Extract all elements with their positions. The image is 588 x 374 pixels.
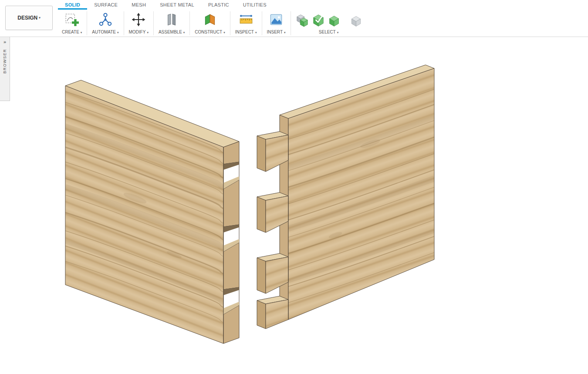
toolbar-separator [87,11,87,35]
left-board[interactable] [65,80,239,344]
caret-down-icon: ▾ [147,31,149,34]
select-cube-icon[interactable] [328,15,340,27]
caret-down-icon: ▾ [183,31,185,34]
toolbar-tabs: SOLID SURFACE MESH SHEET METAL PLASTIC U… [58,0,274,10]
move-arrows-icon[interactable] [131,10,146,27]
toolbar-group-inspect: INSPECT▾ [231,10,261,36]
insert-dropdown[interactable]: INSERT▾ [267,28,286,36]
toolbar-group-construct: CONSTRUCT▾ [191,10,229,36]
caret-down-icon: ▾ [284,31,286,34]
select-cube-plain-icon[interactable] [350,15,362,27]
toolbar-separator [124,11,124,35]
caret-down-icon: ▾ [39,16,41,20]
toolbar-group-assemble: ASSEMBLE▾ [155,10,189,36]
create-sketch-icon[interactable] [64,10,79,27]
toolbar-separator [189,11,190,35]
measure-icon[interactable] [239,10,253,27]
toolbar-separator [230,11,230,35]
browser-panel-collapsed[interactable]: » BROWSER [0,37,10,101]
tab-surface[interactable]: SURFACE [87,0,125,10]
toolbar-separator [153,11,154,35]
select-cube-checked-icon[interactable] [312,14,325,27]
expand-panel-icon[interactable]: » [3,37,6,49]
toolbar-groups: CREATE▾ AUTOMATE▾ [58,10,366,36]
select-dropdown[interactable]: SELECT▾ [319,28,338,36]
inspect-dropdown[interactable]: INSPECT▾ [235,28,257,36]
right-board[interactable] [257,65,434,329]
construct-dropdown[interactable]: CONSTRUCT▾ [195,28,225,36]
toolbar-group-select: SELECT▾ [292,10,366,36]
toolbar-group-create: CREATE▾ [58,10,86,36]
automate-dropdown[interactable]: AUTOMATE▾ [92,28,118,36]
window-select-icon[interactable] [296,14,309,27]
insert-image-icon[interactable] [269,10,284,27]
construct-planes-icon[interactable] [203,10,217,27]
caret-down-icon: ▾ [255,31,257,34]
toolbar-group-automate: AUTOMATE▾ [88,10,122,36]
caret-down-icon: ▾ [81,31,82,34]
workspace-label: DESIGN [17,15,37,21]
automate-icon[interactable] [98,10,113,27]
main-toolbar: DESIGN ▾ SOLID SURFACE MESH SHEET METAL … [0,0,588,37]
tab-utilities[interactable]: UTILITIES [236,0,274,10]
assemble-icon[interactable] [164,10,179,27]
assemble-dropdown[interactable]: ASSEMBLE▾ [159,28,185,36]
tab-solid[interactable]: SOLID [58,0,87,10]
toolbar-separator [291,11,291,35]
toolbar-separator [262,11,262,35]
tab-sheet-metal[interactable]: SHEET METAL [153,0,201,10]
browser-panel-label: BROWSER [3,49,7,74]
modify-dropdown[interactable]: MODIFY▾ [129,28,149,36]
dovetail-joint-model[interactable] [0,37,588,374]
workspace-switcher[interactable]: DESIGN ▾ [5,6,53,30]
caret-down-icon: ▾ [117,31,119,34]
caret-down-icon: ▾ [223,31,225,34]
toolbar-group-modify: MODIFY▾ [125,10,152,36]
toolbar-group-insert: INSERT▾ [263,10,290,36]
create-dropdown[interactable]: CREATE▾ [62,28,82,36]
model-canvas[interactable] [0,37,588,374]
tab-plastic[interactable]: PLASTIC [201,0,236,10]
caret-down-icon: ▾ [337,31,339,34]
tab-mesh[interactable]: MESH [125,0,153,10]
